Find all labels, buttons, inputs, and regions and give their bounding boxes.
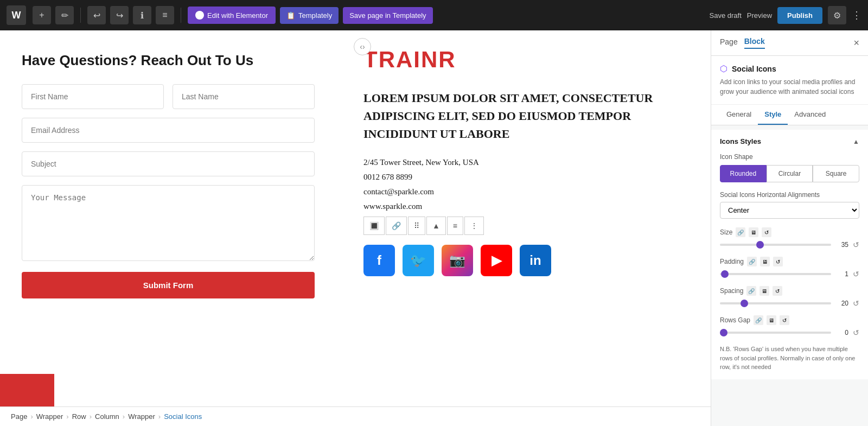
brand-title: TRAINR	[363, 47, 684, 73]
youtube-icon[interactable]: ▶	[481, 245, 512, 276]
social-toolbar-widget-btn[interactable]: 🔳	[363, 217, 385, 235]
social-icons-row: f 🐦 📷 ▶ in	[363, 245, 684, 276]
spacing-link-btn[interactable]: 🔗	[746, 286, 756, 296]
rows-gap-slider-control: 0 ↺	[720, 328, 859, 337]
padding-refresh-btn[interactable]: ↺	[853, 270, 859, 278]
spacing-label: Spacing	[720, 287, 743, 295]
breadcrumb-sep-2: ›	[66, 412, 68, 421]
twitter-icon[interactable]: 🐦	[403, 245, 434, 276]
rows-gap-slider[interactable]	[720, 332, 831, 334]
publish-button[interactable]: Publish	[777, 7, 822, 24]
spacing-refresh-btn[interactable]: ↺	[853, 299, 859, 308]
last-name-input[interactable]	[173, 84, 315, 109]
icons-styles-title: Icons Styles	[720, 137, 761, 145]
first-name-input[interactable]	[22, 84, 164, 109]
section-icon-title: ⬡ Social Icons	[720, 63, 859, 74]
alignment-label: Social Icons Horizontal Alignments	[720, 191, 859, 199]
breadcrumb-page[interactable]: Page	[11, 412, 27, 421]
spacing-reset-btn[interactable]: ↺	[773, 286, 782, 296]
rows-gap-note: N.B. 'Rows Gap' is used when you have mu…	[720, 345, 859, 372]
rounded-button[interactable]: Rounded	[720, 165, 767, 182]
padding-reset-btn[interactable]: ↺	[773, 257, 783, 266]
email-contact: contact@sparkle.com	[363, 187, 684, 196]
email-input[interactable]	[22, 118, 315, 143]
tab-general[interactable]: General	[720, 105, 758, 125]
breadcrumb-wrapper[interactable]: Wrapper	[36, 412, 63, 421]
rows-gap-header: Rows Gap 🔗 🖥 ↺	[720, 315, 859, 325]
size-slider-row: Size 🔗 🖥 ↺ 35 ↺	[720, 227, 859, 249]
panel-section-header: Icons Styles ▲	[720, 137, 859, 145]
scroll-handle[interactable]: ‹›	[354, 38, 371, 55]
breadcrumb-social-icons[interactable]: Social Icons	[164, 412, 202, 421]
separator	[80, 8, 81, 23]
save-draft-button[interactable]: Save draft	[710, 11, 742, 20]
address: 2/45 Tower Street, New York, USA	[363, 158, 684, 167]
padding-desktop-btn[interactable]: 🖥	[760, 257, 770, 266]
settings-button[interactable]: ⚙	[828, 6, 846, 24]
rows-gap-reset-btn[interactable]: ↺	[780, 315, 789, 325]
breadcrumb-column[interactable]: Column	[95, 412, 119, 421]
templately-button[interactable]: 📋 Templately	[280, 7, 339, 24]
save-templately-button[interactable]: Save page in Templately	[343, 7, 432, 24]
pencil-button[interactable]: ✏	[55, 6, 74, 24]
message-textarea[interactable]	[22, 185, 315, 261]
redo-button[interactable]: ↪	[110, 6, 129, 24]
breadcrumb-sep-1: ›	[30, 412, 33, 421]
size-slider[interactable]	[720, 244, 831, 246]
edit-elementor-button[interactable]: Edit with Elementor	[188, 7, 276, 24]
social-toolbar-drag-btn[interactable]: ⠿	[408, 217, 425, 235]
more-options-button[interactable]: ⋮	[852, 9, 861, 21]
preview-button[interactable]: Preview	[747, 11, 772, 20]
size-refresh-btn[interactable]: ↺	[853, 240, 859, 249]
main-layout: Have Questions? Reach Out To Us Submit F…	[0, 30, 868, 426]
linkedin-icon[interactable]: in	[520, 245, 551, 276]
canvas-content: Have Questions? Reach Out To Us Submit F…	[0, 30, 711, 406]
facebook-icon[interactable]: f	[363, 245, 395, 276]
circular-button[interactable]: Circular	[767, 165, 813, 182]
social-icons-icon: ⬡	[720, 63, 727, 74]
name-row	[22, 84, 315, 109]
contact-title: Have Questions? Reach Out To Us	[22, 52, 315, 69]
padding-slider[interactable]	[720, 273, 831, 275]
size-reset-btn[interactable]: ↺	[762, 227, 771, 237]
size-link-btn[interactable]: 🔗	[736, 227, 745, 237]
alignment-select[interactable]: Center Left Right	[720, 202, 859, 219]
info-button[interactable]: ℹ	[133, 6, 151, 24]
tab-block[interactable]: Block	[744, 37, 765, 49]
size-desktop-btn[interactable]: 🖥	[749, 227, 758, 237]
spacing-slider-control: 20 ↺	[720, 299, 859, 308]
rows-gap-slider-row: Rows Gap 🔗 🖥 ↺ 0 ↺	[720, 315, 859, 337]
spacing-slider[interactable]	[720, 302, 831, 304]
undo-button[interactable]: ↩	[87, 6, 106, 24]
lorem-text: LOREM IPSUM DOLOR SIT AMET, CONSECTETUR …	[363, 89, 684, 143]
rows-gap-link-btn[interactable]: 🔗	[754, 315, 763, 325]
tab-advanced[interactable]: Advanced	[788, 105, 832, 125]
rows-gap-desktop-btn[interactable]: 🖥	[767, 315, 776, 325]
social-toolbar-align-btn[interactable]: ≡	[447, 217, 463, 235]
grid-button[interactable]: ≡	[156, 6, 174, 24]
right-panel: ‹› TRAINR LOREM IPSUM DOLOR SIT AMET, CO…	[336, 30, 711, 406]
social-toolbar-up-btn[interactable]: ▲	[426, 217, 446, 235]
size-slider-header: Size 🔗 🖥 ↺	[720, 227, 859, 237]
social-toolbar-more-btn[interactable]: ⋮	[464, 217, 484, 235]
sidebar-close-button[interactable]: ×	[853, 37, 859, 49]
padding-link-btn[interactable]: 🔗	[747, 257, 757, 266]
subject-input[interactable]	[22, 151, 315, 176]
padding-slider-row: Padding 🔗 🖥 ↺ 1 ↺	[720, 257, 859, 278]
breadcrumb-row[interactable]: Row	[72, 412, 86, 421]
spacing-slider-row: Spacing 🔗 🖥 ↺ 20 ↺	[720, 286, 859, 308]
breadcrumb-wrapper2[interactable]: Wrapper	[128, 412, 155, 421]
submit-button[interactable]: Submit Form	[22, 272, 315, 298]
collapse-icon[interactable]: ▲	[853, 138, 859, 145]
tab-style[interactable]: Style	[758, 105, 788, 125]
add-button[interactable]: +	[33, 6, 51, 24]
spacing-desktop-btn[interactable]: 🖥	[760, 286, 769, 296]
rows-gap-refresh-btn[interactable]: ↺	[853, 328, 859, 337]
square-button[interactable]: Square	[813, 165, 859, 182]
sidebar-header: Page Block ×	[711, 30, 868, 56]
tab-page[interactable]: Page	[720, 37, 738, 48]
red-bar-decoration	[0, 374, 54, 406]
top-bar-right: Save draft Preview Publish ⚙ ⋮	[710, 6, 861, 24]
instagram-icon[interactable]: 📷	[442, 245, 473, 276]
social-toolbar-link-btn[interactable]: 🔗	[386, 217, 407, 235]
